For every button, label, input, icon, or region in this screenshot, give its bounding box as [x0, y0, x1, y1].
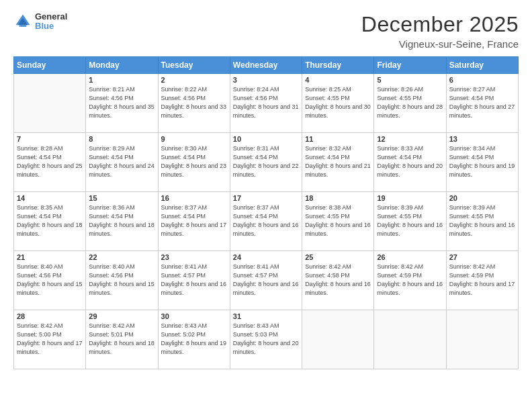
- day-header-wednesday: Wednesday: [230, 57, 302, 74]
- calendar-cell: 27Sunrise: 8:42 AM Sunset: 4:59 PM Dayli…: [446, 251, 518, 310]
- logo-text: General Blue: [35, 12, 67, 32]
- calendar-cell: 5Sunrise: 8:26 AM Sunset: 4:55 PM Daylig…: [374, 74, 446, 133]
- calendar-cell: 26Sunrise: 8:42 AM Sunset: 4:59 PM Dayli…: [374, 251, 446, 310]
- day-number: 26: [377, 253, 443, 261]
- day-number: 11: [305, 135, 371, 143]
- day-info: Sunrise: 8:42 AM Sunset: 4:59 PM Dayligh…: [377, 263, 443, 298]
- day-info: Sunrise: 8:29 AM Sunset: 4:54 PM Dayligh…: [89, 144, 154, 179]
- day-info: Sunrise: 8:43 AM Sunset: 5:02 PM Dayligh…: [161, 322, 227, 357]
- day-info: Sunrise: 8:30 AM Sunset: 4:54 PM Dayligh…: [161, 144, 227, 179]
- day-info: Sunrise: 8:37 AM Sunset: 4:54 PM Dayligh…: [233, 203, 299, 238]
- calendar-body: 1Sunrise: 8:21 AM Sunset: 4:56 PM Daylig…: [14, 74, 519, 369]
- day-number: 7: [17, 135, 83, 143]
- calendar-cell: [446, 310, 518, 369]
- week-row-2: 7Sunrise: 8:28 AM Sunset: 4:54 PM Daylig…: [14, 133, 519, 192]
- day-header-friday: Friday: [374, 57, 446, 74]
- day-info: Sunrise: 8:26 AM Sunset: 4:55 PM Dayligh…: [377, 85, 443, 120]
- day-info: Sunrise: 8:33 AM Sunset: 4:54 PM Dayligh…: [377, 144, 443, 179]
- day-info: Sunrise: 8:27 AM Sunset: 4:54 PM Dayligh…: [449, 85, 515, 120]
- day-info: Sunrise: 8:41 AM Sunset: 4:57 PM Dayligh…: [161, 263, 227, 298]
- day-number: 27: [449, 253, 515, 261]
- day-info: Sunrise: 8:36 AM Sunset: 4:54 PM Dayligh…: [89, 203, 154, 238]
- subtitle: Vigneux-sur-Seine, France: [361, 38, 519, 50]
- calendar-cell: 1Sunrise: 8:21 AM Sunset: 4:56 PM Daylig…: [86, 74, 158, 133]
- calendar-cell: 13Sunrise: 8:34 AM Sunset: 4:54 PM Dayli…: [446, 133, 518, 192]
- day-number: 31: [233, 312, 299, 320]
- week-row-4: 21Sunrise: 8:40 AM Sunset: 4:56 PM Dayli…: [14, 251, 519, 310]
- day-number: 9: [161, 135, 227, 143]
- day-info: Sunrise: 8:31 AM Sunset: 4:54 PM Dayligh…: [233, 144, 299, 179]
- day-info: Sunrise: 8:39 AM Sunset: 4:55 PM Dayligh…: [449, 203, 515, 238]
- day-info: Sunrise: 8:21 AM Sunset: 4:56 PM Dayligh…: [89, 85, 154, 120]
- day-number: 17: [233, 194, 299, 202]
- day-number: 5: [377, 76, 443, 84]
- day-info: Sunrise: 8:24 AM Sunset: 4:56 PM Dayligh…: [233, 85, 299, 120]
- day-info: Sunrise: 8:43 AM Sunset: 5:03 PM Dayligh…: [233, 322, 299, 357]
- day-header-monday: Monday: [86, 57, 158, 74]
- day-info: Sunrise: 8:38 AM Sunset: 4:55 PM Dayligh…: [305, 203, 371, 238]
- day-number: 10: [233, 135, 299, 143]
- day-number: 18: [305, 194, 371, 202]
- day-info: Sunrise: 8:40 AM Sunset: 4:56 PM Dayligh…: [17, 263, 83, 298]
- calendar-cell: 16Sunrise: 8:37 AM Sunset: 4:54 PM Dayli…: [158, 192, 230, 251]
- logo-blue: Blue: [35, 21, 67, 31]
- svg-rect-2: [19, 26, 27, 28]
- calendar-cell: 22Sunrise: 8:40 AM Sunset: 4:56 PM Dayli…: [86, 251, 158, 310]
- day-header-tuesday: Tuesday: [158, 57, 230, 74]
- calendar-table: SundayMondayTuesdayWednesdayThursdayFrid…: [13, 56, 519, 369]
- day-number: 24: [233, 253, 299, 261]
- day-number: 22: [89, 253, 154, 261]
- calendar-cell: 3Sunrise: 8:24 AM Sunset: 4:56 PM Daylig…: [230, 74, 302, 133]
- day-info: Sunrise: 8:42 AM Sunset: 4:58 PM Dayligh…: [305, 263, 371, 298]
- calendar-cell: 18Sunrise: 8:38 AM Sunset: 4:55 PM Dayli…: [302, 192, 374, 251]
- day-number: 25: [305, 253, 371, 261]
- calendar-cell: 31Sunrise: 8:43 AM Sunset: 5:03 PM Dayli…: [230, 310, 302, 369]
- day-number: 3: [233, 76, 299, 84]
- calendar-cell: 10Sunrise: 8:31 AM Sunset: 4:54 PM Dayli…: [230, 133, 302, 192]
- day-number: 13: [449, 135, 515, 143]
- header: General Blue December 2025 Vigneux-sur-S…: [13, 12, 519, 50]
- calendar-cell: 19Sunrise: 8:39 AM Sunset: 4:55 PM Dayli…: [374, 192, 446, 251]
- day-number: 15: [89, 194, 154, 202]
- day-number: 28: [17, 312, 83, 320]
- day-header-sunday: Sunday: [14, 57, 86, 74]
- title-block: December 2025 Vigneux-sur-Seine, France: [361, 12, 519, 50]
- calendar-cell: 20Sunrise: 8:39 AM Sunset: 4:55 PM Dayli…: [446, 192, 518, 251]
- calendar-cell: 24Sunrise: 8:41 AM Sunset: 4:57 PM Dayli…: [230, 251, 302, 310]
- day-info: Sunrise: 8:35 AM Sunset: 4:54 PM Dayligh…: [17, 203, 83, 238]
- calendar-cell: 6Sunrise: 8:27 AM Sunset: 4:54 PM Daylig…: [446, 74, 518, 133]
- calendar-cell: 17Sunrise: 8:37 AM Sunset: 4:54 PM Dayli…: [230, 192, 302, 251]
- day-info: Sunrise: 8:42 AM Sunset: 5:00 PM Dayligh…: [17, 322, 83, 357]
- calendar-cell: 14Sunrise: 8:35 AM Sunset: 4:54 PM Dayli…: [14, 192, 86, 251]
- day-number: 30: [161, 312, 227, 320]
- day-number: 16: [161, 194, 227, 202]
- week-row-1: 1Sunrise: 8:21 AM Sunset: 4:56 PM Daylig…: [14, 74, 519, 133]
- calendar-cell: 21Sunrise: 8:40 AM Sunset: 4:56 PM Dayli…: [14, 251, 86, 310]
- calendar-header: SundayMondayTuesdayWednesdayThursdayFrid…: [14, 57, 519, 74]
- main-title: December 2025: [361, 12, 519, 37]
- logo: General Blue: [13, 12, 67, 32]
- day-number: 2: [161, 76, 227, 84]
- day-info: Sunrise: 8:41 AM Sunset: 4:57 PM Dayligh…: [233, 263, 299, 298]
- page: General Blue December 2025 Vigneux-sur-S…: [0, 0, 532, 411]
- day-number: 23: [161, 253, 227, 261]
- day-info: Sunrise: 8:37 AM Sunset: 4:54 PM Dayligh…: [161, 203, 227, 238]
- day-number: 4: [305, 76, 371, 84]
- calendar-cell: 28Sunrise: 8:42 AM Sunset: 5:00 PM Dayli…: [14, 310, 86, 369]
- calendar-cell: 12Sunrise: 8:33 AM Sunset: 4:54 PM Dayli…: [374, 133, 446, 192]
- week-row-5: 28Sunrise: 8:42 AM Sunset: 5:00 PM Dayli…: [14, 310, 519, 369]
- calendar-cell: 25Sunrise: 8:42 AM Sunset: 4:58 PM Dayli…: [302, 251, 374, 310]
- day-info: Sunrise: 8:22 AM Sunset: 4:56 PM Dayligh…: [161, 85, 227, 120]
- day-number: 29: [89, 312, 154, 320]
- day-number: 21: [17, 253, 83, 261]
- calendar-cell: 15Sunrise: 8:36 AM Sunset: 4:54 PM Dayli…: [86, 192, 158, 251]
- day-number: 8: [89, 135, 154, 143]
- day-info: Sunrise: 8:42 AM Sunset: 5:01 PM Dayligh…: [89, 322, 154, 357]
- day-info: Sunrise: 8:40 AM Sunset: 4:56 PM Dayligh…: [89, 263, 154, 298]
- calendar-cell: 2Sunrise: 8:22 AM Sunset: 4:56 PM Daylig…: [158, 74, 230, 133]
- day-number: 19: [377, 194, 443, 202]
- day-info: Sunrise: 8:34 AM Sunset: 4:54 PM Dayligh…: [449, 144, 515, 179]
- day-header-saturday: Saturday: [446, 57, 518, 74]
- header-row: SundayMondayTuesdayWednesdayThursdayFrid…: [14, 57, 519, 74]
- calendar-cell: 30Sunrise: 8:43 AM Sunset: 5:02 PM Dayli…: [158, 310, 230, 369]
